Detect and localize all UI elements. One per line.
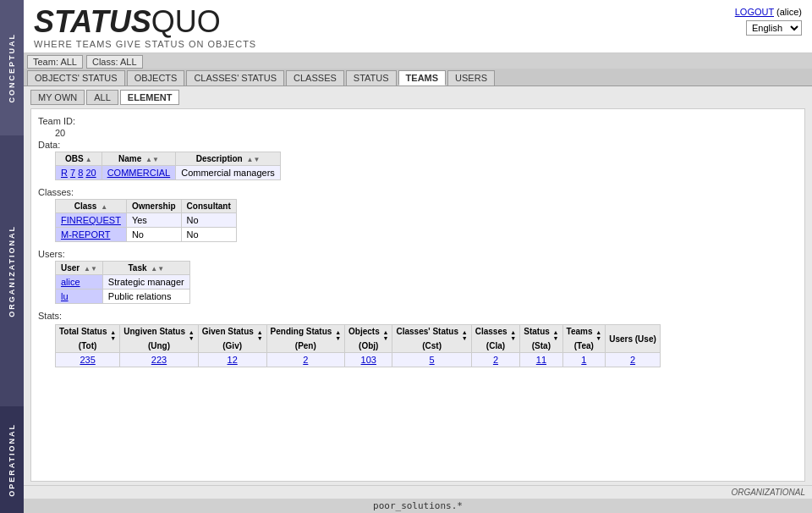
- sidebar: CONCEPTUAL ORGANIZATIONAL OPERATIONAL: [0, 0, 24, 513]
- consultant-cell: No: [181, 228, 236, 242]
- logout-user: (alice): [776, 7, 802, 17]
- tab-teams[interactable]: TEAMS: [398, 70, 447, 86]
- obs-link-0[interactable]: R: [61, 168, 68, 178]
- stat-tot-link[interactable]: 235: [80, 355, 95, 365]
- col-name[interactable]: Name ▲▼: [102, 152, 176, 166]
- stats-table: Total Status ▲▼(Tot) Ungiven Status ▲▼(U…: [55, 324, 661, 367]
- tab-objects-status[interactable]: OBJECTS' STATUS: [27, 70, 125, 86]
- stat-giv-link[interactable]: 12: [228, 355, 238, 365]
- stats-label-row: Stats:: [38, 311, 798, 321]
- team-id-label: Team ID:: [38, 116, 89, 126]
- tab-status[interactable]: STATUS: [346, 70, 397, 86]
- header: STATUSQUO WHERE TEAMS GIVE STATUS ON OBJ…: [24, 0, 812, 53]
- header-right: LOGOUT (alice) English French Spanish: [735, 7, 802, 36]
- col-tot[interactable]: Total Status ▲▼(Tot): [56, 325, 120, 353]
- sidebar-organizational-label: ORGANIZATIONAL: [8, 218, 16, 324]
- team-id-value-row: 20: [38, 128, 798, 138]
- team-description: Commercial managers: [176, 166, 281, 180]
- col-class[interactable]: Class ▲: [56, 200, 127, 213]
- logout-link[interactable]: LOGOUT: [735, 7, 774, 17]
- tab-classes-status[interactable]: CLASSES' STATUS: [186, 70, 284, 86]
- sidebar-conceptual-label: CONCEPTUAL: [8, 26, 16, 110]
- nav-tabs: OBJECTS' STATUS OBJECTS CLASSES' STATUS …: [24, 69, 812, 86]
- col-ung[interactable]: Ungiven Status ▲▼(Ung): [120, 325, 199, 353]
- data-table: OBS▲ Name ▲▼ Description ▲▼ R 7 8 20COMM…: [55, 152, 281, 180]
- classes-label-row: Classes:: [38, 187, 798, 197]
- sidebar-operational-label: OPERATIONAL: [8, 416, 16, 504]
- ownership-cell: No: [126, 228, 181, 242]
- col-obj[interactable]: Objects ▲▼(Obj): [345, 325, 392, 353]
- task-cell: Public relations: [102, 290, 189, 304]
- ownership-cell: Yes: [126, 213, 181, 228]
- col-tea[interactable]: Teams ▲▼(Tea): [562, 325, 606, 353]
- classes-table: Class ▲ Ownership Consultant FINREQUESTY…: [55, 199, 237, 242]
- tab-classes[interactable]: CLASSES: [286, 70, 344, 86]
- sidebar-organizational: ORGANIZATIONAL: [0, 135, 24, 406]
- users-table: User ▲▼ Task ▲▼ aliceStrategic managerlu…: [55, 261, 190, 304]
- team-badge: Team: ALL: [27, 55, 83, 69]
- col-task[interactable]: Task ▲▼: [102, 262, 189, 275]
- stat-sta-link[interactable]: 11: [536, 355, 546, 365]
- user-link-1[interactable]: lu: [61, 291, 69, 301]
- col-giv[interactable]: Given Status ▲▼(Giv): [198, 325, 266, 353]
- team-name-link[interactable]: COMMERCIAL: [107, 168, 171, 178]
- bottombar: poor_solutions.*: [24, 499, 812, 513]
- sidebar-operational: OPERATIONAL: [0, 406, 24, 513]
- logo-quo: QUO: [151, 4, 221, 39]
- obs-link-1[interactable]: 7: [70, 168, 75, 178]
- task-cell: Strategic manager: [102, 275, 189, 290]
- logout-container: LOGOUT (alice): [735, 7, 802, 17]
- col-cst[interactable]: Classes' Status ▲▼(Cst): [392, 325, 471, 353]
- logo-title: STATUSQUO: [34, 7, 256, 37]
- subtab-all[interactable]: ALL: [86, 90, 118, 105]
- sidebar-conceptual: CONCEPTUAL: [0, 0, 24, 135]
- col-pen[interactable]: Pending Status ▲▼(Pen): [266, 325, 345, 353]
- col-description[interactable]: Description ▲▼: [176, 152, 281, 166]
- data-label: Data:: [38, 140, 89, 150]
- stat-pen-link[interactable]: 2: [303, 355, 308, 365]
- navbar: Team: ALL Class: ALL OBJECTS' STATUS OBJ…: [24, 53, 812, 86]
- user-link-0[interactable]: alice: [61, 277, 80, 287]
- col-sta[interactable]: Status ▲▼(Sta): [520, 325, 562, 353]
- subtabs: MY OWN ALL ELEMENT: [24, 86, 812, 105]
- class-link-1[interactable]: M-REPORT: [61, 229, 110, 240]
- col-consultant: Consultant: [181, 200, 236, 213]
- stat-obj-link[interactable]: 103: [361, 355, 376, 365]
- class-link-0[interactable]: FINREQUEST: [61, 215, 121, 225]
- stat-tea-link[interactable]: 1: [581, 355, 586, 365]
- team-id-value: 20: [55, 128, 65, 138]
- col-cla[interactable]: Classes ▲▼(Cla): [471, 325, 520, 353]
- subtab-element[interactable]: ELEMENT: [120, 90, 180, 105]
- users-label-row: Users:: [38, 249, 798, 259]
- col-user[interactable]: User ▲▼: [56, 262, 103, 275]
- data-label-row: Data:: [38, 140, 798, 150]
- obs-link-2[interactable]: 8: [78, 168, 83, 178]
- users-label: Users:: [38, 249, 89, 259]
- stats-label: Stats:: [38, 311, 89, 321]
- col-obs: OBS▲: [56, 152, 102, 166]
- classes-label: Classes:: [38, 187, 89, 197]
- tab-users[interactable]: USERS: [447, 70, 495, 86]
- consultant-cell: No: [181, 213, 236, 228]
- language-selector-container: English French Spanish: [746, 20, 802, 36]
- bottombar-text: poor_solutions.*: [373, 500, 463, 511]
- logo-subtitle: WHERE TEAMS GIVE STATUS ON OBJECTS: [34, 39, 256, 49]
- col-use[interactable]: Users (Use): [606, 325, 661, 353]
- footer: ORGANIZATIONAL: [24, 485, 812, 499]
- subtab-my-own[interactable]: MY OWN: [30, 90, 85, 105]
- language-select[interactable]: English French Spanish: [746, 20, 802, 36]
- content: Team ID: 20 Data: OBS▲ Name ▲▼ Descripti…: [30, 108, 805, 482]
- logo: STATUSQUO WHERE TEAMS GIVE STATUS ON OBJ…: [34, 7, 256, 49]
- class-badge: Class: ALL: [86, 55, 143, 69]
- col-ownership: Ownership: [126, 200, 181, 213]
- nav-badges: Team: ALL Class: ALL: [24, 53, 812, 69]
- obs-link-3[interactable]: 20: [85, 168, 96, 178]
- logo-status: STATUS: [34, 4, 151, 39]
- stat-ung-link[interactable]: 223: [151, 355, 167, 365]
- tab-objects[interactable]: OBJECTS: [127, 70, 185, 86]
- stat-use-link[interactable]: 2: [630, 355, 635, 365]
- footer-label: ORGANIZATIONAL: [731, 488, 805, 497]
- stat-cst-link[interactable]: 5: [430, 355, 435, 365]
- team-id-row: Team ID:: [38, 116, 798, 126]
- stat-cla-link[interactable]: 2: [493, 355, 498, 365]
